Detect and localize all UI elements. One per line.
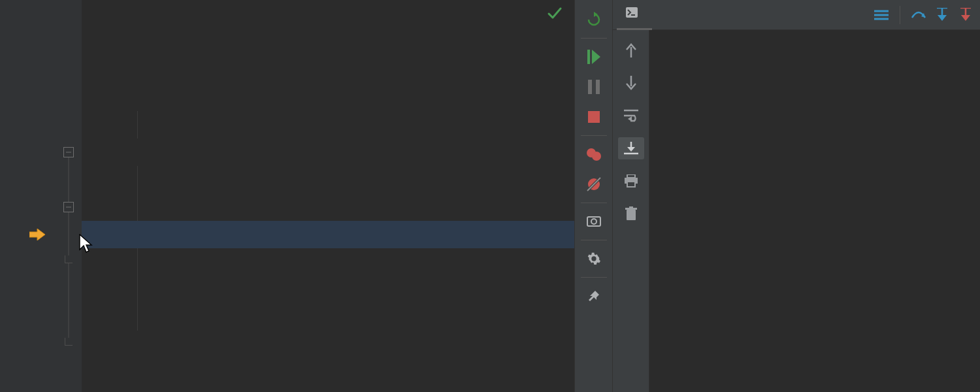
toolbar-separator <box>581 240 607 240</box>
code-line[interactable] <box>82 358 574 385</box>
line-number[interactable] <box>0 221 56 248</box>
step-over-button[interactable] <box>908 5 929 25</box>
scroll-to-end-button[interactable] <box>618 137 644 159</box>
line-number[interactable] <box>0 29 56 56</box>
get-thread-dump-button[interactable] <box>581 208 607 235</box>
line-number[interactable] <box>0 248 56 276</box>
code-line[interactable] <box>82 1 574 29</box>
soft-wrap-button[interactable] <box>618 105 644 127</box>
code-line-current[interactable] <box>82 221 574 248</box>
code-line[interactable] <box>82 166 574 193</box>
svg-rect-28 <box>627 210 636 220</box>
code-line[interactable] <box>82 84 574 111</box>
scroll-down-button[interactable] <box>618 72 644 94</box>
settings-button[interactable] <box>581 246 607 272</box>
svg-point-5 <box>592 152 601 161</box>
toolbar-separator <box>900 6 900 24</box>
line-number[interactable] <box>0 166 56 193</box>
clear-all-button[interactable] <box>618 203 644 225</box>
code-line[interactable] <box>82 56 574 84</box>
svg-rect-3 <box>588 111 600 123</box>
fold-gutter[interactable] <box>56 0 82 392</box>
layout-settings-button[interactable] <box>871 5 892 25</box>
mute-breakpoints-button[interactable] <box>581 171 607 197</box>
svg-rect-2 <box>596 80 600 94</box>
code-line[interactable] <box>82 111 574 139</box>
svg-rect-25 <box>627 174 635 178</box>
pin-tab-button[interactable] <box>581 283 607 309</box>
terminal-icon <box>626 7 638 21</box>
line-number[interactable] <box>0 111 56 139</box>
line-number[interactable] <box>0 358 56 385</box>
line-number[interactable] <box>0 56 56 84</box>
execution-point-icon <box>28 229 46 240</box>
console-side-toolbar <box>613 30 649 392</box>
code-line[interactable] <box>82 193 574 221</box>
tab-debugger[interactable] <box>655 0 673 30</box>
toolbar-separator <box>581 203 607 203</box>
inspection-ok-icon[interactable] <box>547 5 563 24</box>
view-breakpoints-button[interactable] <box>581 141 607 167</box>
svg-rect-11 <box>626 7 638 18</box>
line-number[interactable] <box>0 276 56 303</box>
code-line[interactable] <box>82 139 574 166</box>
code-line[interactable] <box>82 303 574 331</box>
debug-tool-window <box>612 0 980 392</box>
svg-point-10 <box>591 219 596 224</box>
fold-toggle-icon[interactable] <box>63 147 74 157</box>
toolbar-separator <box>581 38 607 39</box>
code-line[interactable] <box>82 276 574 303</box>
line-number[interactable] <box>0 331 56 358</box>
line-number[interactable] <box>0 139 56 166</box>
rerun-button[interactable] <box>581 7 607 33</box>
line-number[interactable] <box>0 303 56 331</box>
svg-rect-0 <box>587 50 590 64</box>
debug-tab-bar <box>613 0 980 30</box>
tab-console[interactable] <box>617 0 652 30</box>
stop-button[interactable] <box>581 104 607 130</box>
code-editor[interactable] <box>0 0 574 392</box>
line-number-gutter[interactable] <box>0 0 56 392</box>
pause-button[interactable] <box>581 74 607 100</box>
force-step-into-button[interactable] <box>955 5 976 25</box>
svg-rect-27 <box>627 182 635 187</box>
scroll-up-button[interactable] <box>618 39 644 61</box>
toolbar-separator <box>581 135 607 136</box>
fold-toggle-icon[interactable] <box>63 202 74 212</box>
fold-end-icon <box>65 255 73 263</box>
print-button[interactable] <box>618 170 644 192</box>
code-line[interactable] <box>82 248 574 276</box>
svg-rect-1 <box>588 80 592 94</box>
console-output[interactable] <box>649 30 980 392</box>
resume-button[interactable] <box>581 44 607 70</box>
line-number[interactable] <box>0 84 56 111</box>
step-into-button[interactable] <box>932 5 953 25</box>
line-number[interactable] <box>0 193 56 221</box>
debug-run-toolbar <box>574 0 612 392</box>
code-line[interactable] <box>82 29 574 56</box>
code-line[interactable] <box>82 331 574 358</box>
toolbar-separator <box>581 277 607 278</box>
svg-rect-30 <box>629 206 633 208</box>
line-number[interactable] <box>0 1 56 29</box>
code-area[interactable] <box>82 0 574 392</box>
fold-end-icon <box>65 338 73 346</box>
